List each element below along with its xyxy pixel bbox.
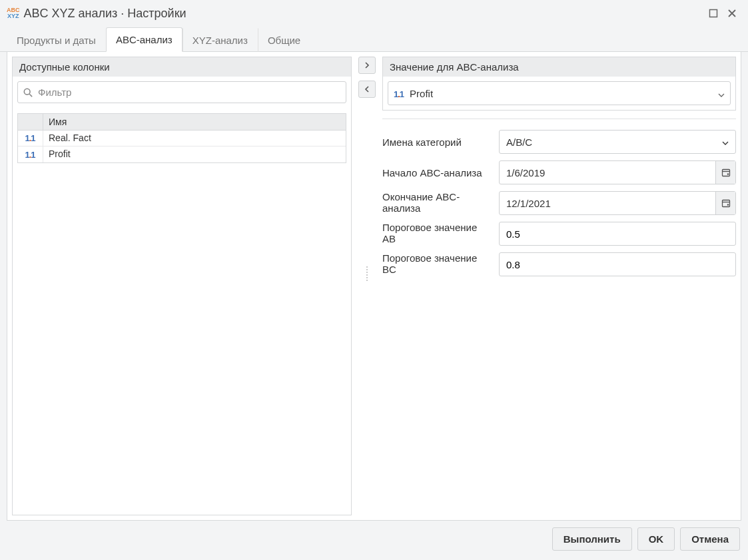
tabs: Продукты и даты ABC-анализ XYZ-анализ Об… <box>0 27 748 52</box>
columns-table-header: Имя <box>18 114 346 131</box>
tab-products-dates[interactable]: Продукты и даты <box>7 28 106 52</box>
numeric-icon: 1.1 <box>18 146 43 162</box>
threshold-bc-label: Пороговое значение BC <box>382 252 492 275</box>
search-icon <box>23 88 33 97</box>
maximize-icon <box>709 9 718 18</box>
threshold-bc-input[interactable] <box>499 252 736 276</box>
chevron-down-icon <box>718 88 725 99</box>
cancel-button[interactable]: Отмена <box>680 527 740 551</box>
close-button[interactable] <box>723 4 741 23</box>
column-name: Profit <box>43 146 346 162</box>
calendar-icon <box>721 198 731 208</box>
column-name: Real. Fact <box>43 131 346 146</box>
svg-rect-0 <box>710 10 717 17</box>
abc-value-text: Profit <box>410 88 718 99</box>
tab-abc-analysis[interactable]: ABC-анализ <box>106 27 183 52</box>
app-logo: ABC XYZ <box>7 7 20 19</box>
table-row[interactable]: 1.1 Profit <box>18 146 346 162</box>
abc-settings-panel: Значение для ABC-анализа 1.1 Profit Имен… <box>382 57 736 515</box>
transfer-buttons <box>356 57 378 515</box>
svg-point-3 <box>727 173 729 175</box>
threshold-ab-input[interactable] <box>499 222 736 246</box>
splitter-handle[interactable] <box>366 266 368 281</box>
end-date-label: Окончание ABC-анализа <box>382 191 492 214</box>
start-date-picker-button[interactable] <box>715 161 735 184</box>
move-left-button[interactable] <box>358 81 376 98</box>
categories-value: A/B/C <box>506 137 722 148</box>
dialog-footer: Выполнить OK Отмена <box>0 521 748 551</box>
categories-label: Имена категорий <box>382 137 492 148</box>
content: Доступные колонки Имя 1.1 Real. Fact 1.1 <box>7 52 741 521</box>
tab-xyz-analysis[interactable]: XYZ-анализ <box>183 28 258 52</box>
close-icon <box>727 9 737 18</box>
abc-value-section: Значение для ABC-анализа 1.1 Profit <box>382 57 736 111</box>
threshold-ab-label: Пороговое значение AB <box>382 222 492 244</box>
start-date-label: Начало ABC-анализа <box>382 167 492 178</box>
end-date-picker-button[interactable] <box>715 192 735 214</box>
tab-general[interactable]: Общие <box>258 28 310 52</box>
filter-input[interactable] <box>38 87 340 98</box>
numeric-icon: 1.1 <box>394 88 404 99</box>
window-title: ABC XYZ анализ · Настройки <box>24 7 187 21</box>
abc-value-header: Значение для ABC-анализа <box>383 57 735 77</box>
svg-rect-4 <box>722 200 729 207</box>
maximize-button[interactable] <box>704 4 723 23</box>
svg-point-5 <box>727 204 729 206</box>
end-date-input[interactable]: 12/1/2021 <box>499 191 736 215</box>
categories-select[interactable]: A/B/C <box>499 130 736 154</box>
calendar-icon <box>721 168 731 177</box>
available-columns-panel: Доступные колонки Имя 1.1 Real. Fact 1.1 <box>12 57 352 515</box>
table-row[interactable]: 1.1 Real. Fact <box>18 131 346 146</box>
columns-table: Имя 1.1 Real. Fact 1.1 Profit <box>17 113 346 163</box>
ok-button[interactable]: OK <box>637 527 675 551</box>
abc-value-dropdown[interactable]: 1.1 Profit <box>388 81 731 105</box>
chevron-down-icon <box>722 137 729 147</box>
filter-box[interactable] <box>17 81 346 103</box>
titlebar: ABC XYZ ABC XYZ анализ · Настройки <box>0 0 748 27</box>
run-button[interactable]: Выполнить <box>552 527 632 551</box>
numeric-icon: 1.1 <box>18 131 43 146</box>
available-columns-header: Доступные колонки <box>13 57 351 77</box>
svg-rect-2 <box>722 170 729 176</box>
column-name-header: Имя <box>43 114 346 130</box>
chevron-right-icon <box>364 62 370 69</box>
svg-point-1 <box>24 89 30 95</box>
start-date-input[interactable]: 1/6/2019 <box>499 160 736 184</box>
end-date-value: 12/1/2021 <box>500 198 715 209</box>
start-date-value: 1/6/2019 <box>500 167 715 178</box>
divider <box>382 119 736 119</box>
chevron-left-icon <box>364 86 370 93</box>
move-right-button[interactable] <box>358 57 376 74</box>
